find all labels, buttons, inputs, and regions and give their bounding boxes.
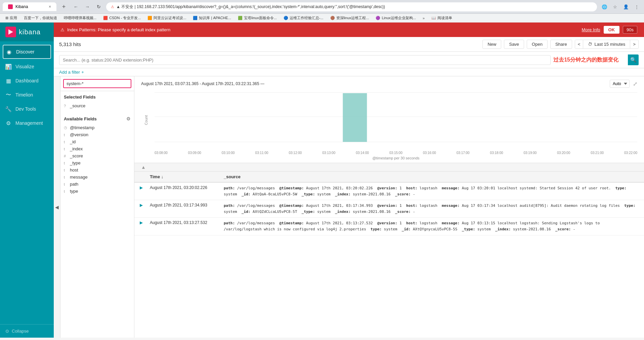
time-range-current[interactable]: ⏱ Last 15 minutes bbox=[583, 40, 630, 48]
bookmark-reading[interactable]: 📖 阅读清单 bbox=[429, 15, 455, 21]
bookmark-ops[interactable]: 🔵 运维工作经验汇总-... bbox=[281, 15, 326, 21]
field-index: t _index bbox=[64, 145, 131, 152]
bookmark-baidu[interactable]: 百度一下，你就知道 bbox=[21, 15, 60, 21]
table-header: Time ↓ _source bbox=[134, 172, 644, 183]
id-type-icon: t bbox=[64, 140, 68, 144]
sidebar-item-management[interactable]: ⚙ Management bbox=[0, 116, 54, 130]
browser-tab[interactable]: Kibana × bbox=[3, 2, 56, 11]
sidebar-item-visualize[interactable]: 📊 Visualize bbox=[0, 60, 54, 74]
sidebar-timelion-label: Timelion bbox=[15, 92, 33, 98]
alert-actions: More Info OK 90s bbox=[582, 26, 637, 34]
field-host-name: host bbox=[70, 167, 78, 173]
bookmark-button[interactable]: ☆ bbox=[610, 2, 620, 11]
left-panel: system-* Selected Fields ? _source Avail… bbox=[60, 76, 134, 338]
alert-warning-icon: ⚠ bbox=[60, 27, 65, 32]
panel-toggle-button[interactable]: ◀ bbox=[54, 76, 60, 338]
time-range-picker[interactable]: < ⏱ Last 15 minutes > bbox=[575, 40, 639, 49]
kibana-logo-svg bbox=[7, 29, 14, 35]
bookmark-linux[interactable]: 🟤 资深linux运维工程... bbox=[328, 15, 372, 21]
svg-rect-6 bbox=[343, 93, 367, 142]
new-tab-button[interactable]: + bbox=[59, 2, 69, 11]
sidebar-item-timelion[interactable]: 〜 Timelion bbox=[0, 88, 54, 102]
search-input-wrap[interactable] bbox=[59, 55, 551, 65]
annotation-text: 过去15分钟之内的数据变化 bbox=[553, 56, 618, 64]
expand-col-header bbox=[140, 174, 150, 179]
bookmark-aliyun[interactable]: 🟧 阿里云认证考试设... bbox=[145, 15, 189, 21]
sidebar-item-devtools[interactable]: 🔧 Dev Tools bbox=[0, 102, 54, 116]
type-item-type-icon: t bbox=[64, 189, 68, 193]
field-index-name: _index bbox=[70, 146, 83, 151]
collapse-icon: ⊙ bbox=[5, 329, 9, 334]
search-input[interactable] bbox=[63, 58, 547, 63]
selected-fields-section: Selected Fields ? _source bbox=[60, 91, 134, 113]
bookmarks-more[interactable]: » bbox=[420, 15, 427, 21]
bookmark-bt[interactable]: 🟩 宝塔linux面板命令... bbox=[235, 15, 280, 21]
field-message-name: message bbox=[70, 175, 88, 180]
row-2-time: August 17th 2021, 03:17:34.993 bbox=[150, 203, 224, 207]
time-col-header[interactable]: Time ↓ bbox=[150, 174, 224, 179]
expand-row-3-button[interactable]: ▶ bbox=[140, 220, 150, 225]
sidebar-collapse-button[interactable]: ⊙ Collapse bbox=[0, 324, 54, 338]
index-pattern-box[interactable]: system-* bbox=[63, 79, 131, 88]
translate-button[interactable]: 🌐 bbox=[600, 2, 609, 11]
toolbar: 5,313 hits New Save Open Share < ⏱ Last … bbox=[54, 37, 644, 52]
discovery-area: ◀ system-* Selected Fields ? _source Ava… bbox=[54, 76, 644, 338]
sidebar-item-discover[interactable]: ◉ Discover bbox=[3, 45, 51, 59]
refresh-button[interactable]: ↻ bbox=[94, 2, 103, 11]
bookmark-arch[interactable]: 🟣 Linux运维企业架构... bbox=[373, 15, 418, 21]
chart-interval-select[interactable]: Auto bbox=[610, 80, 630, 88]
collapse-chart-icon[interactable]: ▲ bbox=[141, 164, 146, 170]
source-col-label: _source bbox=[224, 174, 241, 179]
expand-row-1-button[interactable]: ▶ bbox=[140, 185, 150, 190]
path-type-icon: t bbox=[64, 182, 68, 186]
bookmark-apache[interactable]: 🟦 知识库 | APACHE... bbox=[190, 15, 234, 21]
devtools-icon: 🔧 bbox=[5, 106, 11, 112]
results-table[interactable]: Time ↓ _source ▶ August 17th 2021, 03:20… bbox=[134, 172, 644, 338]
toolbar-left: 5,313 hits bbox=[59, 41, 81, 47]
profile-button[interactable]: 👤 bbox=[621, 2, 631, 11]
chart-expand-icon[interactable]: ⤢ bbox=[633, 81, 637, 87]
index-pattern-selector[interactable]: system-* bbox=[60, 76, 134, 91]
share-button[interactable]: Share bbox=[550, 40, 572, 49]
back-button[interactable]: ← bbox=[71, 2, 81, 11]
time-range-prev-button[interactable]: < bbox=[575, 40, 583, 48]
visualize-icon: 📊 bbox=[5, 64, 11, 70]
new-button[interactable]: New bbox=[482, 40, 501, 49]
bookmark-bilibili[interactable]: 哔哩哔哩弹幕视频... bbox=[61, 15, 99, 21]
type-field-type-icon: t bbox=[64, 161, 68, 165]
address-bar[interactable]: ⚠ ▲ 不安全 | 192.168.27.133:5601/app/kibana… bbox=[106, 2, 597, 11]
save-button[interactable]: Save bbox=[504, 40, 524, 49]
bookmark-csdn[interactable]: 🟥 CSDN - 专业开发... bbox=[100, 15, 143, 21]
sidebar-visualize-label: Visualize bbox=[15, 64, 34, 69]
alert-ok-button[interactable]: OK bbox=[604, 26, 620, 34]
chart-x-axis-label: @timestamp per 30 seconds bbox=[141, 155, 637, 163]
row-2-source: path: /var/log/messages @timestamp: Augu… bbox=[224, 203, 639, 215]
app-container: kibana ◉ Discover 📊 Visualize ▦ Dashboar… bbox=[0, 23, 644, 338]
alert-more-info-link[interactable]: More Info bbox=[582, 27, 600, 32]
time-range-next-button[interactable]: > bbox=[630, 40, 638, 48]
fields-settings-icon[interactable]: ⚙ bbox=[126, 116, 131, 121]
forward-button[interactable]: → bbox=[83, 2, 92, 11]
sidebar-nav: ◉ Discover 📊 Visualize ▦ Dashboard 〜 Tim… bbox=[0, 41, 54, 324]
chart-header: August 17th 2021, 03:07:31.365 - August … bbox=[141, 80, 637, 90]
available-fields-header: Available Fields ⚙ bbox=[64, 116, 131, 121]
index-type-icon: t bbox=[64, 147, 68, 151]
expand-row-2-button[interactable]: ▶ bbox=[140, 203, 150, 207]
bookmark-apps[interactable]: ⊞ 应用 bbox=[3, 15, 20, 21]
menu-button[interactable]: ⋮ bbox=[632, 2, 641, 11]
field-path-name: path bbox=[70, 182, 78, 187]
sidebar-logo: kibana bbox=[0, 23, 54, 41]
tab-close-button[interactable]: × bbox=[49, 4, 51, 9]
search-submit-button[interactable]: 🔍 bbox=[628, 54, 639, 65]
management-icon: ⚙ bbox=[5, 120, 11, 126]
add-filter-button[interactable]: Add a filter + bbox=[59, 70, 84, 75]
sidebar-management-label: Management bbox=[15, 120, 43, 126]
open-button[interactable]: Open bbox=[527, 40, 548, 49]
browser-controls: ← → ↻ bbox=[71, 2, 103, 11]
alert-message-text: Index Patterns: Please specify a default… bbox=[67, 27, 170, 32]
source-col-header: _source bbox=[224, 174, 639, 179]
sidebar-item-dashboard[interactable]: ▦ Dashboard bbox=[0, 74, 54, 88]
table-row-main-1: ▶ August 17th 2021, 03:20:02.226 path: /… bbox=[140, 185, 639, 197]
row-1-time: August 17th 2021, 03:20:02.226 bbox=[150, 185, 224, 190]
alert-timer: 90s bbox=[623, 26, 637, 34]
